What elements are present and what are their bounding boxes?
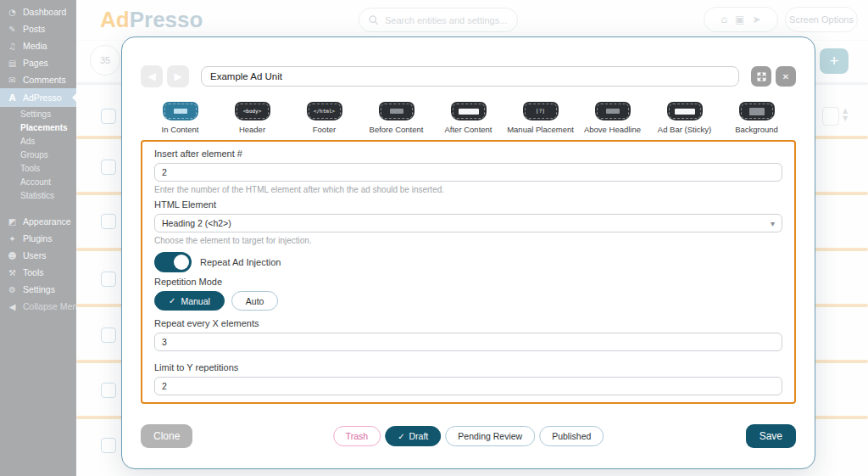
tools-icon: ⚒: [5, 268, 19, 277]
sidebar-item-pages[interactable]: ▤ Pages: [0, 54, 76, 71]
sidebar-item-placements[interactable]: Placements: [0, 120, 76, 134]
search-icon: [368, 14, 379, 25]
sidebar-item-account[interactable]: Account: [0, 175, 76, 188]
html-element-select[interactable]: Heading 2 (<h2>) ▾: [154, 214, 782, 232]
sidebar-item-posts[interactable]: ✎ Posts: [0, 20, 76, 37]
sort-down-icon: ▼: [843, 115, 848, 122]
header-icon: <body>: [235, 102, 270, 120]
mode-auto-button[interactable]: Auto: [231, 291, 279, 311]
placement-before-content[interactable]: Before Content: [360, 102, 432, 134]
placement-in-content[interactable]: In Content: [144, 102, 216, 134]
sidebar-item-collapse-menu[interactable]: ◀ Collapse Menu: [0, 298, 76, 315]
placement-label: Above Headline: [584, 125, 641, 134]
plus-icon: +: [829, 52, 838, 70]
mode-manual-label: Manual: [181, 296, 209, 306]
status-draft-button[interactable]: ✓ Draft: [385, 426, 441, 446]
insert-after-hint: Enter the number of the HTML element aft…: [154, 185, 782, 194]
placement-footer[interactable]: </html> Footer: [288, 102, 360, 134]
logo-part-2: Presso: [130, 7, 203, 32]
placement-above-headline[interactable]: Above Headline: [576, 102, 648, 134]
placement-label: In Content: [162, 125, 199, 134]
academy-icon[interactable]: ➤: [752, 14, 760, 25]
sidebar-item-settings[interactable]: ⚙ Settings: [0, 281, 76, 298]
background-icon: [739, 102, 775, 120]
topbar: AdPresso ⌂ ▣ ➤ Screen Options: [76, 0, 868, 41]
sidebar-item-label: Users: [23, 250, 46, 260]
row-checkbox[interactable]: [101, 328, 116, 343]
sidebar-item-appearance[interactable]: ◩ Appearance: [0, 213, 76, 230]
sidebar-item-media[interactable]: ♫ Media: [0, 37, 76, 54]
placement-manual[interactable]: [?] Manual Placement: [504, 102, 576, 134]
repeat-injection-label: Repeat Ad Injection: [200, 257, 281, 267]
sidebar-item-label: Appearance: [23, 216, 71, 227]
expand-button[interactable]: [751, 66, 771, 87]
column-filter-box[interactable]: [822, 107, 839, 126]
ad-unit-title-input[interactable]: [201, 66, 739, 87]
sidebar-item-comments[interactable]: ✉ Comments: [0, 71, 76, 88]
modal-header: ◀ ▶ ✕: [141, 65, 796, 87]
sidebar-item-statistics[interactable]: Statistics: [0, 188, 76, 202]
arrow-left-icon: ◀: [147, 70, 155, 82]
sort-up-icon: ▲: [843, 107, 848, 115]
close-button[interactable]: ✕: [776, 66, 796, 87]
arrow-right-icon: ▶: [174, 70, 181, 82]
row-checkbox[interactable]: [101, 438, 116, 453]
status-pending-review-button[interactable]: Pending Review: [445, 426, 535, 446]
search-input[interactable]: [385, 15, 509, 25]
clone-button[interactable]: Clone: [141, 424, 192, 448]
placement-label: Ad Bar (Sticky): [658, 125, 711, 134]
sidebar-item-users[interactable]: ☻ Users: [0, 247, 76, 264]
insert-after-input[interactable]: [154, 163, 782, 182]
quick-actions-pill: ⌂ ▣ ➤: [704, 7, 778, 32]
next-button[interactable]: ▶: [167, 65, 189, 87]
screen-options-button[interactable]: Screen Options: [785, 7, 858, 32]
add-placement-button[interactable]: +: [820, 48, 849, 74]
sidebar-item-tools-sub[interactable]: Tools: [0, 161, 76, 175]
home-icon[interactable]: ⌂: [721, 14, 727, 25]
sidebar-item-dashboard[interactable]: ◔ Dashboard: [0, 3, 76, 20]
after-content-icon: [451, 102, 487, 120]
previous-button[interactable]: ◀: [141, 65, 163, 87]
repeat-injection-row: Repeat Ad Injection: [154, 252, 782, 272]
chevron-down-icon: ▾: [771, 219, 775, 228]
placement-ad-bar-sticky[interactable]: Ad Bar (Sticky): [648, 102, 721, 134]
placement-label: Background: [735, 125, 778, 134]
wordpress-admin-page: ◔ Dashboard ✎ Posts ♫ Media ▤ Pages ✉ Co…: [0, 0, 868, 476]
mode-manual-button[interactable]: ✓ Manual: [154, 291, 225, 311]
limit-repetitions-input[interactable]: [154, 377, 782, 395]
save-button[interactable]: Save: [746, 424, 796, 448]
comments-icon: ✉: [5, 76, 19, 85]
row-checkbox[interactable]: [101, 272, 116, 287]
repeat-injection-toggle[interactable]: [154, 252, 192, 272]
sidebar-item-ads[interactable]: Ads: [0, 134, 76, 148]
sort-arrows[interactable]: ▲ ▼: [843, 107, 848, 122]
manual-placement-icon: [?]: [523, 102, 559, 120]
sidebar-item-groups[interactable]: Groups: [0, 148, 76, 161]
sidebar-item-plugins[interactable]: ✦ Plugins: [0, 230, 76, 247]
sidebar-item-adpresso[interactable]: A AdPresso: [0, 88, 76, 107]
panel-icon[interactable]: ▣: [735, 14, 744, 25]
footer-icon: </html>: [307, 102, 342, 120]
placement-after-content[interactable]: After Content: [432, 102, 504, 134]
mode-auto-label: Auto: [246, 296, 264, 306]
status-trash-button[interactable]: Trash: [333, 426, 381, 446]
status-published-button[interactable]: Published: [539, 426, 604, 446]
above-headline-icon: [595, 102, 631, 120]
placement-header[interactable]: <body> Header: [216, 102, 288, 134]
media-icon: ♫: [5, 42, 19, 51]
sidebar-item-settings-sub[interactable]: Settings: [0, 107, 76, 120]
settings-icon: ⚙: [5, 285, 19, 294]
status-label: Published: [552, 431, 591, 441]
row-checkbox[interactable]: [101, 160, 116, 175]
placement-label: Footer: [313, 125, 336, 134]
sidebar-item-label: Comments: [23, 75, 66, 85]
sidebar-item-tools[interactable]: ⚒ Tools: [0, 264, 76, 281]
row-checkbox[interactable]: [101, 383, 116, 398]
row-checkbox[interactable]: [101, 214, 116, 229]
admin-sidebar: ◔ Dashboard ✎ Posts ♫ Media ▤ Pages ✉ Co…: [0, 0, 76, 476]
row-checkbox[interactable]: [101, 109, 116, 124]
check-icon: ✓: [398, 432, 404, 441]
placement-background[interactable]: Background: [721, 102, 793, 134]
repeat-every-input[interactable]: [154, 333, 782, 351]
edit-ad-unit-modal: ◀ ▶ ✕ In Content <: [121, 36, 815, 469]
